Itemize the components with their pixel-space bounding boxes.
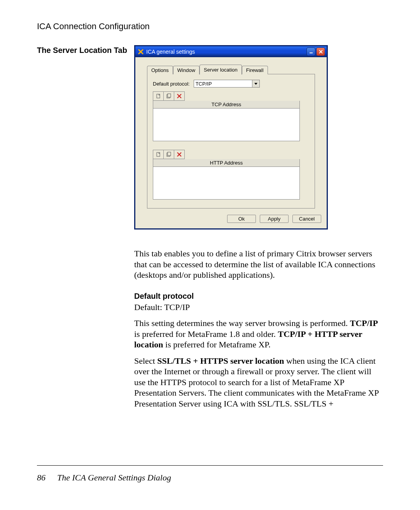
tab-options[interactable]: Options — [147, 66, 173, 74]
new-icon[interactable] — [153, 91, 164, 101]
close-button[interactable] — [316, 47, 325, 56]
default-protocol-value: TCP/IP — [194, 81, 252, 87]
default-protocol-label: Default protocol: — [153, 81, 190, 87]
default-protocol-combo[interactable]: TCP/IP — [194, 80, 260, 88]
page-footer: 86 The ICA General Settings Dialog — [37, 465, 383, 483]
tab-window[interactable]: Window — [173, 66, 200, 74]
delete-icon[interactable] — [174, 91, 185, 101]
tab-panel-server-location: Default protocol: TCP/IP — [147, 74, 315, 209]
tab-firewall[interactable]: Firewall — [242, 66, 268, 74]
titlebar[interactable]: ICA general settings — [135, 46, 327, 57]
protocol-paragraph-2: Select SSL/TLS + HTTPS server location w… — [134, 356, 383, 409]
minimize-button[interactable] — [306, 47, 315, 56]
http-address-header[interactable]: HTTP Address — [153, 159, 300, 167]
cancel-button[interactable]: Cancel — [292, 215, 321, 223]
page-header: ICA Connection Configuration — [37, 21, 383, 32]
section-heading-default-protocol: Default protocol — [134, 291, 383, 301]
window-title: ICA general settings — [146, 49, 306, 55]
app-icon — [138, 49, 144, 55]
footer-title: The ICA General Settings Dialog — [57, 473, 171, 483]
delete-icon[interactable] — [174, 150, 185, 159]
tcp-address-header[interactable]: TCP Address — [153, 101, 300, 109]
tab-server-location[interactable]: Server location — [200, 65, 242, 75]
sidebar-heading: The Server Location Tab — [37, 45, 134, 56]
svg-rect-1 — [157, 94, 160, 98]
svg-rect-6 — [168, 152, 171, 156]
default-value-line: Default: TCP/IP — [134, 302, 383, 313]
http-address-list[interactable] — [153, 167, 300, 200]
tcp-toolbar — [153, 91, 309, 101]
intro-paragraph: This tab enables you to define a list of… — [134, 248, 383, 280]
protocol-paragraph-1: This setting determines the way server b… — [134, 318, 383, 350]
tab-bar: Options Window Server location Firewall — [147, 64, 321, 74]
chevron-down-icon[interactable] — [252, 80, 259, 87]
page-number: 86 — [37, 473, 46, 483]
apply-button[interactable]: Apply — [260, 215, 289, 223]
edit-icon[interactable] — [164, 91, 174, 101]
svg-rect-0 — [310, 53, 313, 53]
svg-rect-4 — [157, 152, 160, 156]
ica-general-settings-dialog: ICA general settings Options Window Serv… — [134, 45, 328, 230]
ok-button[interactable]: Ok — [227, 215, 256, 223]
new-icon[interactable] — [153, 150, 164, 159]
http-toolbar — [153, 150, 309, 159]
dialog-footer: Ok Apply Cancel — [135, 210, 327, 228]
edit-icon[interactable] — [164, 150, 174, 159]
tcp-address-list[interactable] — [153, 109, 300, 141]
svg-rect-3 — [168, 94, 171, 97]
